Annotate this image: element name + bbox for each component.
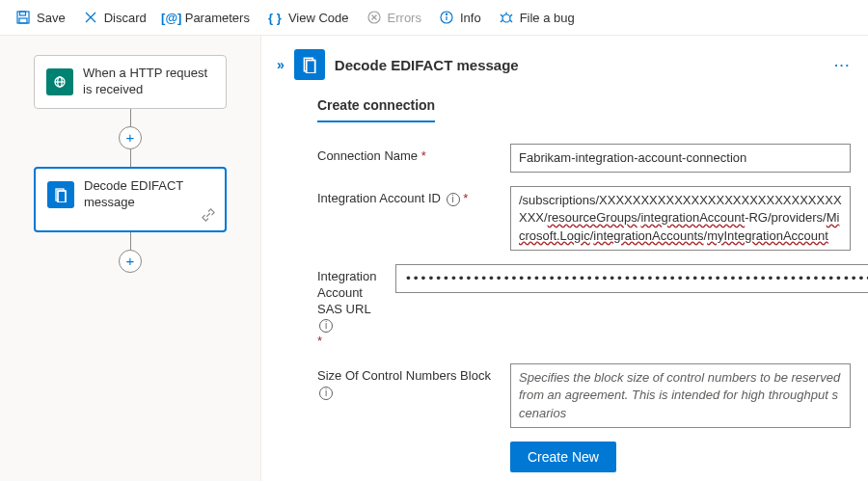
connector-line — [130, 149, 131, 167]
connection-name-row: Connection Name * — [317, 144, 851, 173]
command-bar: Save Discard [@] Parameters { } View Cod… — [0, 0, 868, 36]
svg-rect-24 — [306, 61, 314, 74]
code-icon: { } — [267, 10, 283, 25]
integration-account-id-input[interactable]: /subscriptions/XXXXXXXXXXXXXXXXXXXXXXXXX… — [510, 186, 851, 251]
connector-line — [130, 109, 131, 126]
sas-url-row: Integration Account SAS URL i* •••••••••… — [317, 264, 851, 350]
parameters-icon: [@] — [164, 10, 179, 25]
discard-icon — [83, 10, 98, 25]
collapse-panel-button[interactable]: » — [277, 57, 285, 72]
connector-line — [130, 232, 131, 250]
panel-edifact-icon — [294, 49, 325, 80]
discard-label: Discard — [104, 11, 147, 25]
trigger-node[interactable]: When a HTTP request is received — [34, 55, 227, 109]
action-label: Decode EDIFACT message — [84, 178, 213, 211]
add-step-button-2[interactable]: + — [119, 250, 142, 273]
edifact-icon — [47, 181, 74, 208]
svg-point-10 — [446, 13, 447, 14]
view-code-label: View Code — [288, 11, 349, 25]
section-title: Create connection — [317, 97, 435, 122]
sas-url-label: Integration Account SAS URL i* — [317, 264, 376, 350]
errors-button: Errors — [359, 6, 429, 29]
connection-name-label: Connection Name * — [317, 144, 491, 173]
sas-url-input[interactable]: ••••••••••••••••••••••••••••••••••••••••… — [395, 264, 868, 293]
save-icon — [15, 10, 31, 25]
errors-label: Errors — [388, 11, 421, 25]
svg-line-13 — [501, 14, 502, 16]
add-step-button-1[interactable]: + — [119, 126, 142, 149]
trigger-label: When a HTTP request is received — [83, 66, 214, 98]
integration-account-id-label: Integration Account ID i * — [317, 186, 491, 251]
action-node[interactable]: Decode EDIFACT message — [34, 167, 227, 232]
panel-more-button[interactable]: ··· — [834, 58, 851, 72]
discard-button[interactable]: Discard — [75, 6, 154, 29]
svg-rect-2 — [19, 18, 27, 23]
parameters-button[interactable]: [@] Parameters — [156, 6, 258, 29]
save-button[interactable]: Save — [8, 6, 73, 29]
create-new-button[interactable]: Create New — [510, 442, 616, 472]
create-connection-section: Create connection Connection Name * Inte… — [277, 97, 851, 472]
svg-rect-1 — [20, 12, 26, 15]
bug-icon — [499, 10, 514, 25]
svg-line-14 — [510, 14, 512, 16]
view-code-button[interactable]: { } View Code — [259, 6, 357, 29]
errors-icon — [366, 10, 382, 25]
svg-point-11 — [502, 14, 510, 22]
svg-line-15 — [501, 20, 502, 22]
info-icon — [439, 10, 454, 25]
info-button[interactable]: Info — [431, 6, 489, 29]
action-config-panel: » Decode EDIFACT message ··· Create conn… — [260, 36, 868, 481]
panel-header: » Decode EDIFACT message ··· — [277, 49, 851, 80]
info-icon[interactable]: i — [447, 193, 460, 206]
panel-title: Decode EDIFACT message — [335, 57, 825, 73]
connection-link-icon — [202, 208, 215, 227]
info-icon[interactable]: i — [319, 387, 333, 400]
file-bug-button[interactable]: File a bug — [491, 6, 583, 29]
http-trigger-icon — [46, 68, 73, 95]
save-label: Save — [37, 11, 66, 25]
block-size-row: Size Of Control Numbers Block i Specifie… — [317, 363, 851, 428]
svg-rect-21 — [58, 191, 66, 202]
info-label: Info — [460, 11, 481, 25]
svg-line-16 — [510, 20, 512, 22]
file-bug-label: File a bug — [520, 11, 575, 25]
integration-account-id-row: Integration Account ID i * /subscription… — [317, 186, 851, 251]
block-size-label: Size Of Control Numbers Block i — [317, 363, 491, 428]
parameters-label: Parameters — [185, 11, 250, 25]
designer-canvas: When a HTTP request is received + Decode… — [0, 36, 260, 481]
connection-name-input[interactable] — [510, 144, 851, 173]
info-icon[interactable]: i — [319, 319, 333, 333]
block-size-input[interactable]: Specifies the block size of control numb… — [510, 363, 851, 428]
